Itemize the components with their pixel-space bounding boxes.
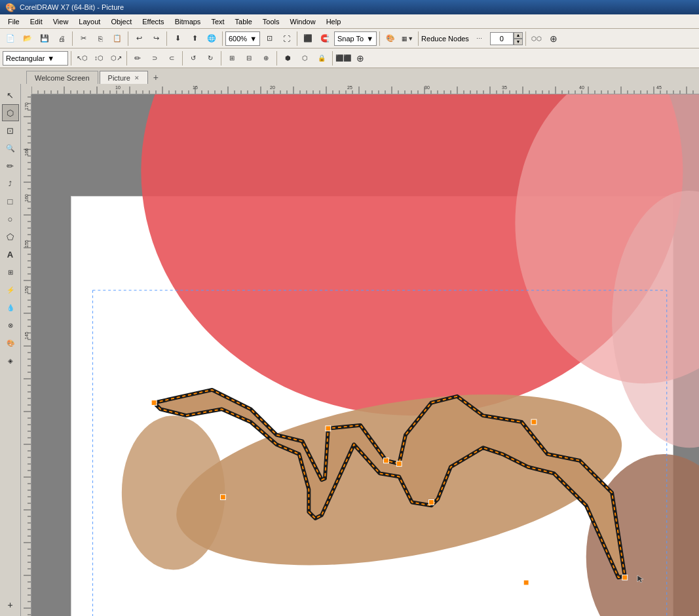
reduce-nodes-value[interactable]: 0 bbox=[490, 32, 514, 45]
export-button[interactable]: ⬆ bbox=[187, 31, 202, 47]
tool-polygon[interactable]: ⬠ bbox=[2, 228, 19, 245]
tool-table[interactable]: ⊞ bbox=[2, 263, 19, 280]
cut-button[interactable]: ✂ bbox=[75, 31, 91, 47]
tool-interactive[interactable]: ⊗ bbox=[2, 317, 19, 334]
menu-window[interactable]: Window bbox=[285, 16, 321, 27]
node-tool-11[interactable]: ⊕ bbox=[258, 50, 274, 66]
sep-t2-3 bbox=[182, 51, 183, 66]
menu-layout[interactable]: Layout bbox=[73, 16, 105, 27]
menu-tools[interactable]: Tools bbox=[257, 16, 285, 27]
tool-zoom[interactable]: 🔍 bbox=[2, 140, 19, 157]
tab-add-button[interactable]: + bbox=[149, 71, 162, 84]
tab-picture-close[interactable]: ✕ bbox=[134, 75, 140, 81]
zoom-arrow: ▼ bbox=[250, 35, 257, 43]
color-styles-button[interactable]: ▦▼ bbox=[400, 31, 415, 47]
import-button[interactable]: ⬇ bbox=[170, 31, 185, 47]
canvas-svg bbox=[31, 94, 699, 616]
tool-ellipse[interactable]: ○ bbox=[2, 210, 19, 227]
sep-t2-4 bbox=[221, 51, 221, 66]
node-tool-15[interactable]: ⬛⬛ bbox=[335, 50, 351, 66]
print-button[interactable]: 🖨 bbox=[54, 31, 69, 47]
node-tool-8[interactable]: ↻ bbox=[202, 50, 218, 66]
node-tool-2[interactable]: ↕⬡ bbox=[91, 50, 107, 66]
open-button[interactable]: 📂 bbox=[20, 31, 35, 47]
reduce-nodes-spin-up[interactable]: ▲ bbox=[514, 32, 523, 39]
sep3 bbox=[166, 31, 167, 46]
svg-rect-14 bbox=[622, 575, 628, 580]
new-button[interactable]: 📄 bbox=[3, 31, 18, 47]
tool-add-page[interactable]: + bbox=[2, 596, 19, 613]
drawing-canvas[interactable] bbox=[31, 94, 699, 616]
tool-text[interactable]: A bbox=[2, 246, 19, 263]
publish-button[interactable]: 🌐 bbox=[204, 31, 219, 47]
add-node-btn[interactable]: ⊕ bbox=[546, 31, 561, 47]
tabs-bar: Welcome Screen Picture ✕ + bbox=[0, 68, 699, 84]
tool-rectangle[interactable]: □ bbox=[2, 193, 19, 210]
toolbar2: Rectangular ▼ ↖⬡ ↕⬡ ⬡↗ ✏ ⊃ ⊂ ↺ ↻ ⊞ ⊟ ⊕ ⬢… bbox=[0, 48, 699, 68]
svg-rect-7 bbox=[151, 400, 157, 406]
tool-crop[interactable]: ⊡ bbox=[2, 122, 19, 139]
undo-button[interactable]: ↩ bbox=[131, 31, 147, 47]
menu-table[interactable]: Table bbox=[230, 16, 257, 27]
node-tool-13[interactable]: ⬡ bbox=[297, 50, 312, 66]
snap-toggle-button[interactable]: 🧲 bbox=[317, 31, 333, 47]
node-tool-9[interactable]: ⊞ bbox=[224, 50, 240, 66]
node-tool-10[interactable]: ⊟ bbox=[241, 50, 257, 66]
sep-t2-5 bbox=[276, 51, 277, 66]
node-select-all[interactable]: ⬡⬡ bbox=[529, 31, 544, 47]
zoom-dropdown[interactable]: 600% ▼ bbox=[225, 31, 260, 46]
menu-edit[interactable]: Edit bbox=[25, 16, 48, 27]
menu-effects[interactable]: Effects bbox=[137, 16, 169, 27]
tool-color-eyedropper[interactable]: 🎨 bbox=[2, 334, 19, 351]
color-mgmt-button[interactable]: ⬛ bbox=[300, 31, 316, 47]
node-tool-7[interactable]: ↺ bbox=[185, 50, 201, 66]
ruler-h-canvas bbox=[31, 84, 699, 94]
node-tool-6[interactable]: ⊂ bbox=[164, 50, 179, 66]
tool-node[interactable]: ⬡ bbox=[2, 104, 19, 121]
canvas-area[interactable] bbox=[21, 84, 699, 616]
tool-pointer[interactable]: ↖ bbox=[2, 87, 19, 104]
tool-freehand[interactable]: ✏ bbox=[2, 157, 19, 174]
svg-rect-8 bbox=[326, 426, 331, 431]
menu-file[interactable]: File bbox=[3, 16, 25, 27]
sep8 bbox=[525, 31, 526, 46]
tool-eyedropper[interactable]: 💧 bbox=[2, 299, 19, 316]
title-bar: 🎨 CorelDRAW X7 (64-Bit) - Picture bbox=[0, 0, 699, 14]
node-tool-14[interactable]: 🔒 bbox=[314, 50, 330, 66]
tab-picture-label: Picture bbox=[108, 74, 130, 82]
node-tool-12[interactable]: ⬢ bbox=[280, 50, 295, 66]
tab-welcome[interactable]: Welcome Screen bbox=[26, 71, 98, 84]
node-tool-5[interactable]: ⊃ bbox=[147, 50, 162, 66]
shape-dropdown[interactable]: Rectangular ▼ bbox=[3, 51, 68, 66]
node-tool-1[interactable]: ↖⬡ bbox=[74, 50, 90, 66]
menu-view[interactable]: View bbox=[48, 16, 74, 27]
tool-smart-fill[interactable]: ◈ bbox=[2, 352, 19, 369]
svg-rect-9 bbox=[384, 458, 389, 463]
tool-parallel[interactable]: ⚡ bbox=[2, 281, 19, 298]
tool-smart-draw[interactable]: ⤴ bbox=[2, 175, 19, 192]
snap-to-dropdown[interactable]: Snap To ▼ bbox=[334, 31, 377, 46]
tab-picture[interactable]: Picture ✕ bbox=[100, 71, 148, 84]
node-tool-16[interactable]: ⊕ bbox=[352, 50, 368, 66]
reduce-nodes-icon[interactable]: ⋯ bbox=[472, 31, 487, 47]
menu-help[interactable]: Help bbox=[321, 16, 347, 27]
menu-object[interactable]: Object bbox=[105, 16, 137, 27]
save-button[interactable]: 💾 bbox=[37, 31, 52, 47]
fit-page-button[interactable]: ⊡ bbox=[261, 31, 277, 47]
node-tool-4[interactable]: ✏ bbox=[130, 50, 145, 66]
fullscreen-button[interactable]: ⛶ bbox=[278, 31, 294, 47]
ruler-corner bbox=[21, 84, 31, 94]
menu-bitmaps[interactable]: Bitmaps bbox=[170, 16, 206, 27]
reduce-nodes-spin-down[interactable]: ▼ bbox=[514, 39, 523, 45]
toolbar1: 📄 📂 💾 🖨 ✂ ⎘ 📋 ↩ ↪ ⬇ ⬆ 🌐 600% ▼ ⊡ ⛶ ⬛ 🧲 S… bbox=[0, 29, 699, 48]
svg-rect-13 bbox=[523, 580, 529, 585]
node-tool-3[interactable]: ⬡↗ bbox=[108, 50, 124, 66]
menu-text[interactable]: Text bbox=[206, 16, 229, 27]
shape-type-label: Rectangular bbox=[6, 54, 45, 62]
ruler-v-canvas bbox=[21, 84, 31, 616]
color-palette-button[interactable]: 🎨 bbox=[383, 31, 398, 47]
paste-button[interactable]: 📋 bbox=[109, 31, 125, 47]
snap-to-label: Snap To bbox=[337, 35, 364, 43]
copy-button[interactable]: ⎘ bbox=[92, 31, 108, 47]
redo-button[interactable]: ↪ bbox=[148, 31, 164, 47]
